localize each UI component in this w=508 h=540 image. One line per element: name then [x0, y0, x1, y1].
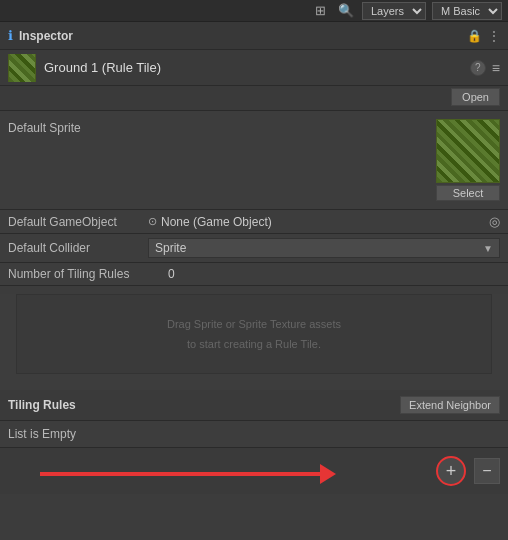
gameobject-label: Default GameObject [8, 215, 148, 229]
gameobject-text: None (Game Object) [161, 215, 272, 229]
list-empty-text: List is Empty [8, 427, 76, 441]
select-button[interactable]: Select [436, 185, 500, 201]
arrow-indicator [40, 464, 336, 484]
layers-dropdown[interactable]: Layers [362, 2, 426, 20]
arrow-shaft [40, 472, 320, 476]
tiling-rules-count-value: 0 [168, 267, 175, 281]
arrow-head [320, 464, 336, 484]
drag-area-container: Drag Sprite or Sprite Texture assets to … [0, 294, 508, 390]
component-header-icons: ? ≡ [470, 60, 500, 76]
inspector-title: Inspector [19, 29, 461, 43]
collider-dropdown[interactable]: Sprite ▼ [148, 238, 500, 258]
component-header: Ground 1 (Rule Tile) ? ≡ [0, 50, 508, 86]
component-title: Ground 1 (Rule Tile) [44, 60, 462, 75]
drag-area[interactable]: Drag Sprite or Sprite Texture assets to … [16, 294, 492, 374]
default-collider-row: Default Collider Sprite ▼ [0, 234, 508, 263]
drag-text-line1: Drag Sprite or Sprite Texture assets [167, 316, 341, 333]
chevron-down-icon: ▼ [483, 243, 493, 254]
more-options-icon[interactable]: ⋮ [488, 29, 500, 43]
remove-button[interactable]: − [474, 458, 500, 484]
component-icon [8, 54, 36, 82]
settings-icon[interactable]: ≡ [492, 60, 500, 76]
drag-text-line2: to start creating a Rule Tile. [187, 336, 321, 353]
sprite-preview-container: Select [436, 119, 500, 201]
list-empty-row: List is Empty [0, 421, 508, 448]
default-gameobject-row: Default GameObject ⊙ None (Game Object) … [0, 210, 508, 234]
info-icon: ℹ [8, 28, 13, 43]
help-icon[interactable]: ? [470, 60, 486, 76]
lock-icon[interactable]: 🔒 [467, 29, 482, 43]
m-basic-dropdown[interactable]: M Basic [432, 2, 502, 20]
default-sprite-label: Default Sprite [8, 119, 436, 135]
gameobject-value: ⊙ None (Game Object) ◎ [148, 214, 500, 229]
sprite-preview[interactable] [436, 119, 500, 183]
tiling-rules-count-label: Number of Tiling Rules [8, 267, 168, 281]
inspector-header: ℹ Inspector 🔒 ⋮ [0, 22, 508, 50]
add-button[interactable]: + [436, 456, 466, 486]
tiling-rules-count-row: Number of Tiling Rules 0 [0, 263, 508, 286]
extend-neighbor-button[interactable]: Extend Neighbor [400, 396, 500, 414]
top-bar: ⊞ 🔍 Layers M Basic [0, 0, 508, 22]
gameobject-icon: ⊙ [148, 215, 157, 228]
tiling-rules-header: Tiling Rules Extend Neighbor [0, 390, 508, 421]
collider-value: Sprite [155, 241, 186, 255]
layers-icon: ⊞ [310, 1, 330, 21]
default-sprite-section: Default Sprite Select [0, 111, 508, 210]
bottom-action-row: + − [0, 448, 508, 494]
open-btn-row: Open [0, 86, 508, 111]
search-icon: 🔍 [336, 1, 356, 21]
tiling-rules-title: Tiling Rules [8, 398, 76, 412]
target-icon[interactable]: ◎ [489, 214, 500, 229]
open-button[interactable]: Open [451, 88, 500, 106]
collider-label: Default Collider [8, 241, 148, 255]
